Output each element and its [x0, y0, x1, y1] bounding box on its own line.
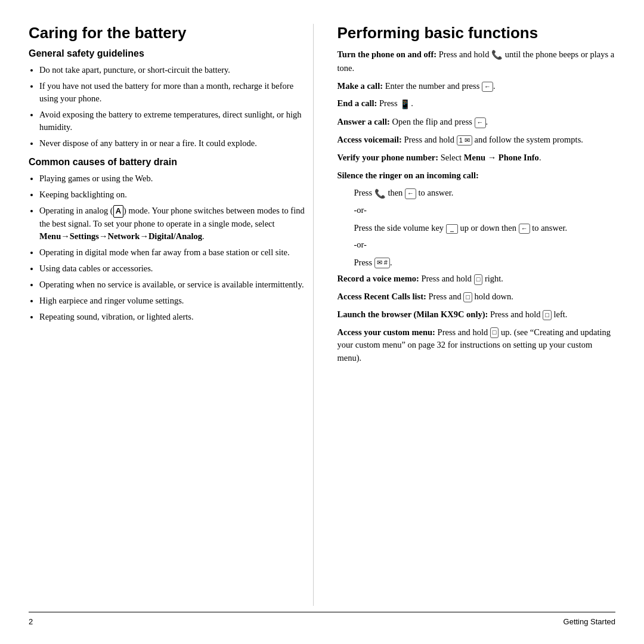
list-item: Using data cables or accessories.	[39, 262, 307, 275]
left-title: Caring for the battery	[29, 24, 307, 42]
power-icon: 📞	[491, 48, 503, 62]
section1-list: Do not take apart, puncture, or short-ci…	[39, 64, 307, 150]
list-item: Avoid exposing the battery to extreme te…	[39, 109, 307, 134]
voicemail-icon: 1 ✉	[457, 135, 472, 145]
answer-call: Answer a call: Open the flip and press ←…	[338, 116, 616, 129]
right-text: right	[485, 274, 501, 283]
record-voice-memo: Record a voice memo: Press and hold □ ri…	[338, 273, 616, 286]
make-call: Make a call: Enter the number and press …	[338, 80, 616, 93]
access-custom-menu: Access your custom menu: Press and hold …	[338, 326, 616, 365]
left-column: Caring for the battery General safety gu…	[29, 24, 314, 606]
page: Caring for the battery General safety gu…	[0, 0, 644, 644]
answer-call-label: Answer a call:	[338, 117, 390, 126]
silence-power-icon: 📞	[374, 187, 386, 201]
nav-right-icon: □	[474, 274, 483, 284]
list-item: Keeping backlighting on.	[39, 188, 307, 201]
list-item: Do not take apart, puncture, or short-ci…	[39, 64, 307, 76]
chapter-label: Getting Started	[564, 617, 615, 626]
section2-list: Playing games or using the Web. Keeping …	[39, 172, 307, 323]
then-text: then	[388, 188, 402, 197]
volume-key-icon: ⎯	[446, 224, 458, 234]
analog-icon: A	[113, 205, 123, 218]
voicemail-label: Access voicemail:	[338, 135, 402, 144]
silence-option-2: Press the side volume key ⎯ up or down t…	[354, 222, 616, 235]
silence-option-1: Press 📞 then ← to answer.	[354, 187, 616, 200]
footer: 2 Getting Started	[29, 612, 615, 626]
list-item: Playing games or using the Web.	[39, 172, 307, 185]
turn-phone-on-off: Turn the phone on and off: Press and hol…	[338, 48, 616, 75]
page-number: 2	[29, 617, 33, 626]
nav-down-icon: □	[463, 292, 472, 302]
send-icon: ←	[482, 82, 493, 92]
section1-heading: General safety guidelines	[29, 48, 307, 59]
end-icon: 📱	[400, 98, 411, 112]
right-title: Performing basic functions	[338, 24, 616, 42]
list-item: If you have not used the battery for mor…	[39, 80, 307, 105]
list-item: High earpiece and ringer volume settings…	[39, 295, 307, 307]
silence-send-icon: ←	[405, 188, 416, 199]
launch-browser: Launch the browser (Milan KX9C only): Pr…	[338, 308, 616, 321]
hash-icon: ✉ #	[374, 258, 390, 268]
verify-phone-number: Verify your phone number: Select Menu → …	[338, 151, 616, 165]
answer-send-icon: ←	[475, 117, 486, 128]
list-item: Operating in analog (A) mode. Your phone…	[39, 205, 307, 243]
list-item: Never dispose of any battery in or near …	[39, 137, 307, 150]
turn-phone-label: Turn the phone on and off:	[338, 49, 437, 59]
end-call: End a call: Press 📱.	[338, 97, 616, 111]
silence-ringer-heading: Silence the ringer on an incoming call:	[338, 169, 616, 182]
nav-left-icon: □	[543, 310, 552, 320]
nav-up-icon: □	[490, 327, 499, 338]
list-item: Repeating sound, vibration, or lighted a…	[39, 311, 307, 323]
end-call-label: End a call:	[338, 98, 377, 108]
or-line-1: -or-	[354, 204, 616, 217]
access-recent-calls: Access Recent Calls list: Press and □ ho…	[338, 290, 616, 304]
section2-heading: Common causes of battery drain	[29, 157, 307, 168]
list-item: Operating when no service is available, …	[39, 278, 307, 291]
or-line-2: -or-	[354, 239, 616, 252]
access-voicemail: Access voicemail: Press and hold 1 ✉ and…	[338, 134, 616, 147]
make-call-label: Make a call:	[338, 81, 383, 91]
silence-send-icon2: ←	[519, 224, 530, 234]
verify-label: Verify your phone number:	[338, 153, 439, 162]
silence-option-3: Press ✉ #.	[354, 256, 616, 270]
right-column: Performing basic functions Turn the phon…	[335, 24, 616, 606]
list-item: Operating in digital mode when far away …	[39, 246, 307, 259]
